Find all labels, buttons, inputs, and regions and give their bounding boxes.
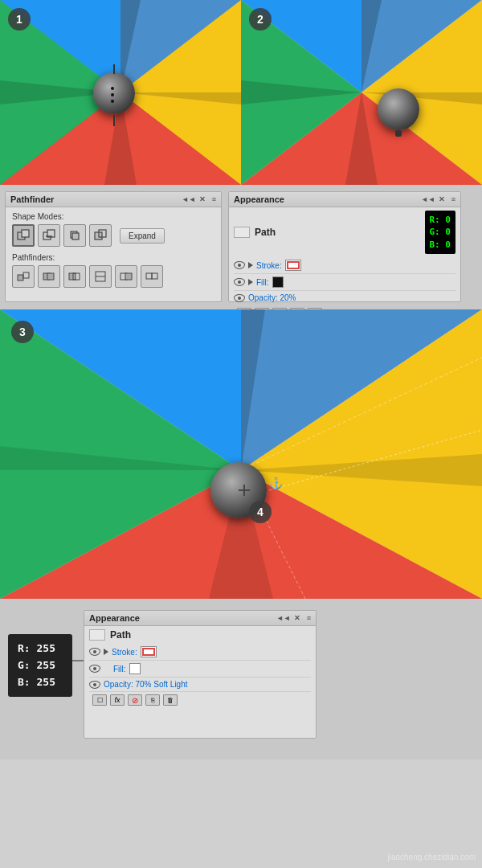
pathfinders-row: [12, 265, 214, 288]
eye-fill-top[interactable]: [234, 278, 245, 286]
crosshair-v: [243, 485, 245, 496]
svg-rect-10: [22, 230, 29, 237]
sphere-1: [93, 72, 135, 114]
path-swatch-bottom: [89, 629, 105, 641]
large-canvas: 3 4 ⚓: [0, 309, 482, 599]
appearance-title-bottom: Appearance: [89, 613, 140, 623]
fill-label-bottom[interactable]: Fill:: [113, 665, 126, 674]
appearance-titlebar-top: Appearance ◄◄ ✕ ≡: [229, 192, 460, 207]
appearance-title-top: Appearance: [234, 194, 284, 204]
pf-btn-4[interactable]: [89, 265, 112, 288]
svg-rect-27: [125, 273, 132, 280]
stroke-swatch-bottom[interactable]: [141, 646, 157, 657]
ui-row: Pathfinder ◄◄ ✕ ≡ Shape Modes:: [0, 185, 482, 309]
rgb-box-top: R: 0 G: 0 B: 0: [425, 211, 456, 254]
pathfinders-label: Pathfinders:: [12, 253, 214, 262]
svg-rect-29: [152, 273, 157, 279]
fill-swatch-bottom[interactable]: [129, 663, 141, 674]
pathfinder-panel: Pathfinder ◄◄ ✕ ≡ Shape Modes:: [5, 191, 222, 302]
eye-fill-bottom[interactable]: [89, 665, 100, 673]
eye-opacity-top[interactable]: [234, 294, 245, 302]
shape-btn-minus[interactable]: [38, 224, 60, 247]
step-badge-3: 3: [11, 321, 34, 343]
stroke-label-bottom[interactable]: Stroke:: [112, 648, 137, 657]
sphere-2: [378, 88, 419, 130]
appearance-controls-top: ◄◄ ✕ ≡: [421, 195, 455, 203]
eye-opacity-bottom[interactable]: [89, 681, 100, 689]
fill-label-top[interactable]: Fill:: [256, 278, 269, 287]
titlebar-controls: ◄◄ ✕ ≡: [182, 195, 216, 203]
hook-icon: ⚓: [269, 477, 283, 489]
expand-button[interactable]: Expand: [120, 228, 165, 244]
eye-stroke-bottom[interactable]: [89, 648, 100, 656]
dot-center: [111, 87, 114, 90]
fill-row-top: Fill:: [234, 274, 455, 291]
add-icon-b[interactable]: ☐: [92, 694, 107, 706]
handle-top: [113, 64, 115, 74]
shape-btn-intersect[interactable]: [63, 224, 86, 247]
canvas-panel-2: 2: [241, 0, 482, 185]
svg-rect-18: [18, 275, 23, 280]
opacity-label-top[interactable]: Opacity: 20%: [248, 293, 296, 302]
dot-center-2: [111, 93, 114, 96]
shape-btn-unite[interactable]: [12, 224, 35, 247]
appearance-panel-top: Appearance ◄◄ ✕ ≡ Path R: 0 G: 0 B: 0: [228, 191, 461, 302]
svg-rect-28: [146, 273, 152, 279]
opacity-row-bottom: Opacity: 70% Soft Light: [89, 678, 311, 692]
appearance-controls-bottom: ◄◄ ✕ ≡: [276, 614, 311, 622]
path-swatch: [234, 227, 250, 238]
opacity-label-bottom[interactable]: Opacity: 70% Soft Light: [104, 680, 188, 689]
sphere-tab: [395, 130, 402, 137]
dot-center-3: [111, 100, 114, 103]
stroke-row-bottom: Stroke:: [89, 644, 311, 661]
handle-bottom: [113, 115, 115, 126]
shape-modes-label: Shape Modes:: [12, 212, 214, 221]
step-badge-4: 4: [249, 501, 272, 523]
svg-rect-15: [72, 233, 79, 240]
rgb-badge-large: R: 255 G: 255 B: 255: [8, 634, 72, 697]
pf-btn-5[interactable]: [115, 265, 137, 288]
appear-menu-icon-bottom[interactable]: ≡: [307, 614, 311, 622]
appearance-panel-bottom: Appearance ◄◄ ✕ ≡ Path Stroke:: [84, 610, 317, 739]
shape-btn-exclude[interactable]: [89, 224, 112, 247]
svg-rect-21: [47, 273, 54, 280]
path-label-top: Path: [255, 227, 276, 238]
pf-btn-1[interactable]: [12, 265, 35, 288]
stroke-swatch-top[interactable]: [285, 260, 301, 271]
step-badge-1: 1: [8, 8, 31, 31]
fill-swatch-top[interactable]: [272, 276, 284, 288]
stroke-label-top[interactable]: Stroke:: [256, 261, 282, 270]
appear-bottom-bottom: ☐ fx ⊘ ⎘ 🗑: [89, 692, 311, 708]
panel-menu-icon[interactable]: ≡: [212, 195, 216, 203]
eye-stroke-top[interactable]: [234, 261, 245, 269]
path-label-bottom: Path: [110, 629, 131, 641]
delete-icon-b[interactable]: 🗑: [163, 694, 178, 706]
pf-btn-3[interactable]: [63, 265, 86, 288]
arrow-stroke-bottom[interactable]: [104, 649, 108, 655]
no-icon-b[interactable]: ⊘: [128, 694, 142, 706]
bottom-section: R: 255 G: 255 B: 255 Appearance ◄◄ ✕ ≡ P…: [0, 599, 482, 760]
pathfinder-titlebar: Pathfinder ◄◄ ✕ ≡: [6, 192, 221, 207]
svg-rect-19: [23, 272, 29, 278]
svg-rect-22: [69, 273, 76, 280]
pathfinder-title: Pathfinder: [10, 194, 54, 204]
fx-icon-b[interactable]: fx: [110, 694, 125, 706]
pf-btn-6[interactable]: [141, 265, 163, 288]
pf-btn-2[interactable]: [38, 265, 60, 288]
canvas-panel-1: 1: [0, 0, 241, 185]
arrow-stroke-top[interactable]: [248, 262, 253, 268]
copy-icon-b[interactable]: ⎘: [145, 694, 160, 706]
rgb-area: R: 255 G: 255 B: 255: [8, 618, 72, 697]
appearance-titlebar-bottom: Appearance ◄◄ ✕ ≡: [84, 611, 316, 626]
arrow-fill-top[interactable]: [248, 279, 253, 285]
shape-modes-row: Expand: [12, 224, 214, 247]
appear-menu-icon[interactable]: ≡: [451, 195, 455, 203]
stroke-row-top: Stroke:: [234, 257, 455, 274]
watermark: jiaocheng.chezidian.com: [387, 853, 476, 862]
fill-row-bottom: Fill:: [89, 661, 311, 678]
step-badge-2: 2: [249, 8, 272, 31]
opacity-row-top: Opacity: 20%: [234, 291, 455, 305]
